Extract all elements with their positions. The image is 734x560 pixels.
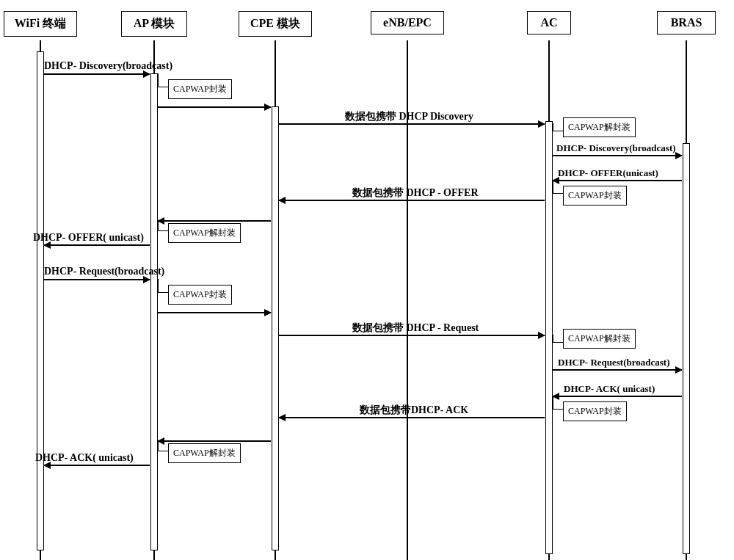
note-conn-8h (158, 451, 168, 451)
activation-wifi (37, 51, 44, 550)
participant-bras: BRAS (657, 11, 716, 34)
arrow-m10 (553, 396, 682, 397)
arrow-cpe-ap-1 (158, 220, 271, 222)
note-conn-5v (158, 279, 159, 292)
activation-cpe (272, 106, 279, 550)
note-conn-5h (158, 292, 168, 293)
note-conn-8v (158, 440, 159, 451)
note-capwap-decap-1: CAPWAP解封装 (563, 117, 636, 137)
msg-dhcp-discovery-1: DHCP- Discovery(broadcast) (44, 60, 172, 72)
note-capwap-decap-4: CAPWAP解封装 (168, 443, 241, 463)
arrow-m9 (553, 369, 682, 371)
arrow-m3 (553, 155, 682, 156)
msg-dhcp-offer-1: DHCP- OFFER(unicast) (558, 167, 658, 179)
participant-ap: AP 模块 (121, 11, 187, 37)
note-conn-7v (553, 396, 553, 409)
note-conn-1v (158, 73, 159, 87)
note-conn-1h (158, 87, 168, 87)
arrow-ap-cpe-2 (158, 312, 271, 313)
note-conn-7h (553, 409, 563, 410)
participant-cpe: CPE 模块 (239, 11, 312, 37)
note-conn-4h (158, 230, 168, 231)
activation-ac (545, 121, 553, 554)
arrow-m8 (279, 335, 545, 336)
arrow-m12 (44, 465, 150, 466)
note-conn-3v (553, 180, 553, 193)
participant-enb: eNB/EPC (371, 11, 444, 34)
msg-dhcp-ack-1: DHCP- ACK( unicast) (564, 383, 655, 395)
arrow-m1 (44, 73, 150, 75)
note-conn-6v (553, 335, 553, 342)
note-conn-4v (158, 220, 159, 230)
arrow-m2 (279, 123, 545, 125)
note-capwap-decap-2: CAPWAP解封装 (168, 223, 241, 243)
msg-dhcp-discovery-2: DHCP- Discovery(broadcast) (556, 142, 676, 154)
msg-dhcp-request-2: DHCP- Request(broadcast) (558, 357, 670, 368)
activation-ap (150, 73, 158, 550)
note-capwap-decap-3: CAPWAP解封装 (563, 329, 636, 349)
arrow-m4 (553, 180, 682, 181)
arrow-m7 (44, 279, 150, 280)
note-conn-2h (553, 131, 563, 131)
note-capwap-encap-2: CAPWAP封装 (563, 186, 627, 206)
arrow-m11 (279, 417, 545, 418)
arrow-ap-cpe-1 (158, 106, 271, 108)
note-capwap-encap-3: CAPWAP封装 (168, 285, 232, 305)
participant-wifi: WiFi 终端 (4, 11, 77, 37)
msg-data-discovery: 数据包携带 DHCP Discovery (345, 110, 473, 123)
note-conn-6h (553, 342, 563, 343)
note-conn-2v (553, 123, 553, 131)
activation-bras (683, 143, 690, 554)
arrow-m5 (279, 200, 545, 201)
note-conn-3h (553, 193, 563, 194)
participant-ac: AC (527, 11, 571, 34)
arrow-cpe-ap-2 (158, 440, 271, 442)
arrow-m6 (44, 244, 150, 246)
note-capwap-encap-4: CAPWAP封装 (563, 401, 627, 421)
msg-data-offer: 数据包携带 DHCP - OFFER (352, 186, 479, 200)
note-capwap-encap-1: CAPWAP封装 (168, 79, 232, 99)
msg-data-ack: 数据包携带DHCP- ACK (360, 404, 468, 417)
msg-data-request: 数据包携带 DHCP - Request (352, 321, 479, 335)
